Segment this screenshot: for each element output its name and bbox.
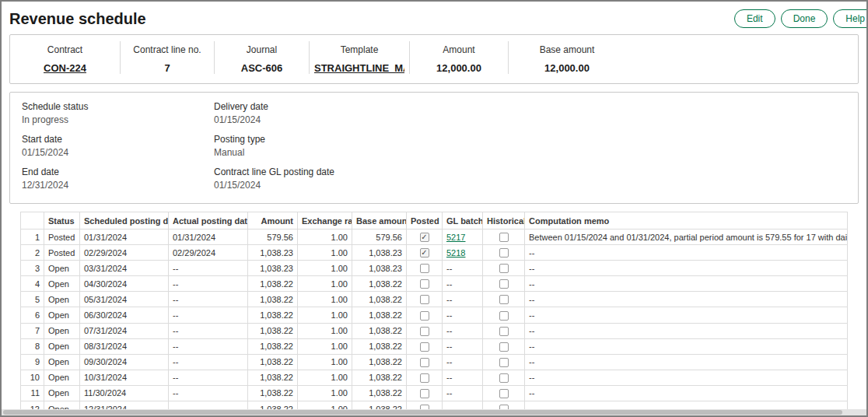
posted-checkbox[interactable] — [420, 373, 429, 383]
cell-actual-posting-date: 02/29/2024 — [169, 245, 248, 261]
historical-checkbox[interactable] — [499, 264, 509, 273]
cell-gl-batch: -- — [443, 354, 483, 370]
details-right-column: Delivery date01/15/2024Posting typeManua… — [214, 101, 334, 199]
cell-computation-memo: -- — [525, 307, 848, 323]
historical-checkbox[interactable] — [499, 279, 509, 289]
cell-status: Posted — [44, 230, 80, 245]
table-row: 10Open10/31/2024--1,038.221.001,038.22--… — [21, 370, 848, 385]
historical-checkbox[interactable] — [499, 311, 509, 321]
cell-gl-batch: -- — [443, 338, 483, 354]
cell-exchange-rate: 1.00 — [298, 385, 352, 401]
cell-posted — [407, 354, 443, 370]
column-header-scheduled-posting-date: Scheduled posting date — [80, 212, 169, 230]
cell-base-amount: 1,038.22 — [352, 385, 407, 401]
field-value-link[interactable]: CON-224 — [15, 62, 115, 74]
cell-base-amount: 1,038.22 — [352, 354, 407, 370]
cell-historical — [483, 245, 525, 261]
field-value: 7 — [125, 62, 209, 74]
posted-checkbox[interactable] — [420, 279, 429, 289]
cell-actual-posting-date: -- — [169, 385, 248, 401]
cell-status: Open — [44, 338, 80, 354]
field-label: Journal — [219, 44, 304, 55]
posted-checkbox[interactable] — [420, 295, 429, 304]
cell-base-amount: 1,038.23 — [352, 261, 407, 276]
posted-checkbox[interactable] — [420, 264, 429, 273]
historical-checkbox[interactable] — [499, 327, 509, 336]
historical-checkbox[interactable] — [499, 373, 509, 383]
cell-status: Open — [44, 354, 80, 370]
cell-computation-memo: -- — [525, 385, 848, 401]
table-row: 3Open03/31/2024--1,038.231.001,038.23---… — [21, 261, 848, 276]
cell-scheduled-posting-date: 09/30/2024 — [80, 354, 169, 370]
posted-checkbox[interactable]: ✓ — [420, 233, 429, 242]
cell-status: Open — [44, 292, 80, 307]
cell-actual-posting-date: -- — [169, 292, 248, 307]
cell-row-number: 10 — [21, 370, 44, 385]
table-row: 1Posted01/31/202401/31/2024579.561.00579… — [21, 230, 848, 245]
field-label: Base amount — [513, 44, 621, 55]
cell-base-amount: 1,038.22 — [352, 292, 407, 307]
page-title: Revenue schedule — [9, 10, 146, 28]
column-header-status: Status — [44, 212, 80, 230]
detail-value: In progress — [22, 114, 214, 125]
cell-status: Posted — [44, 245, 80, 261]
done-button[interactable]: Done — [781, 9, 828, 28]
cell-base-amount: 1,038.23 — [352, 245, 407, 261]
cell-posted — [407, 385, 443, 401]
gl-batch-link[interactable]: 5218 — [446, 248, 465, 258]
cell-gl-batch: -- — [443, 323, 483, 338]
cell-gl-batch: -- — [443, 385, 483, 401]
horizontal-scrollbar[interactable] — [2, 409, 866, 415]
cell-exchange-rate: 1.00 — [298, 338, 352, 354]
cell-actual-posting-date: -- — [169, 323, 248, 338]
cell-status: Open — [44, 261, 80, 276]
historical-checkbox[interactable] — [499, 295, 509, 304]
historical-checkbox[interactable] — [499, 248, 509, 258]
cell-exchange-rate: 1.00 — [298, 261, 352, 276]
historical-checkbox[interactable] — [499, 233, 509, 242]
detail-label: Posting type — [214, 134, 334, 145]
schedule-table: StatusScheduled posting dateActual posti… — [20, 212, 848, 417]
cell-status: Open — [44, 323, 80, 338]
edit-button[interactable]: Edit — [734, 9, 775, 28]
cell-posted — [407, 370, 443, 385]
cell-posted — [407, 276, 443, 292]
column-header-computation-memo: Computation memo — [525, 212, 848, 230]
posted-checkbox[interactable] — [420, 311, 429, 321]
toolbar: Edit Done Help — [734, 9, 868, 28]
cell-base-amount: 1,038.22 — [352, 370, 407, 385]
posted-checkbox[interactable] — [420, 358, 429, 367]
detail-value: 01/15/2024 — [22, 147, 214, 158]
table-header-row: StatusScheduled posting dateActual posti… — [21, 212, 848, 230]
cell-actual-posting-date: -- — [169, 276, 248, 292]
historical-checkbox[interactable] — [499, 389, 509, 398]
field-value-link[interactable]: STRAIGHTLINE_MANUAL — [314, 62, 404, 74]
posted-checkbox[interactable] — [420, 327, 429, 336]
scrollbar-thumb[interactable] — [3, 410, 842, 415]
posted-checkbox[interactable] — [420, 342, 429, 352]
summary-strip: ContractCON-224Contract line no.7Journal… — [10, 35, 858, 83]
historical-checkbox[interactable] — [499, 358, 509, 367]
cell-exchange-rate: 1.00 — [298, 354, 352, 370]
historical-checkbox[interactable] — [499, 342, 509, 352]
cell-scheduled-posting-date: 02/29/2024 — [80, 245, 169, 261]
cell-computation-memo: -- — [525, 292, 848, 307]
detail-field-posting-type: Posting typeManual — [214, 134, 334, 158]
cell-exchange-rate: 1.00 — [298, 370, 352, 385]
posted-checkbox[interactable] — [420, 389, 429, 398]
cell-gl-batch: -- — [443, 276, 483, 292]
cell-posted — [407, 292, 443, 307]
help-button[interactable]: Help — [833, 9, 868, 28]
detail-field-start-date: Start date01/15/2024 — [22, 134, 214, 158]
cell-posted — [407, 307, 443, 323]
cell-actual-posting-date: -- — [169, 354, 248, 370]
cell-base-amount: 1,038.22 — [352, 323, 407, 338]
cell-posted: ✓ — [407, 230, 443, 245]
column-header-historical: Historical — [483, 212, 525, 230]
table-row: 7Open07/31/2024--1,038.221.001,038.22---… — [21, 323, 848, 338]
cell-scheduled-posting-date: 07/31/2024 — [80, 323, 169, 338]
cell-status: Open — [44, 370, 80, 385]
posted-checkbox[interactable]: ✓ — [420, 248, 429, 258]
column-header-exchange-rate: Exchange rate — [298, 212, 352, 230]
gl-batch-link[interactable]: 5217 — [446, 233, 465, 242]
